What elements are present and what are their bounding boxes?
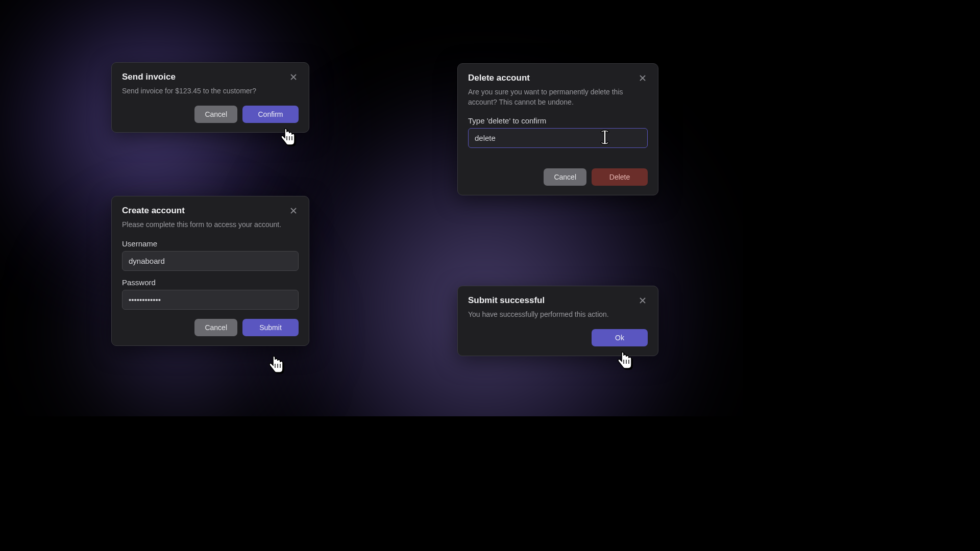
dialog-title: Submit successful (468, 295, 545, 306)
dialog-description: Please complete this form to access your… (122, 220, 299, 230)
send-invoice-dialog: Send invoice Send invoice for $123.45 to… (111, 62, 309, 133)
dialog-title: Delete account (468, 73, 530, 83)
cancel-button[interactable]: Cancel (194, 319, 237, 336)
password-group: Password (122, 278, 299, 310)
dialog-description: Are you sure you want to permanently del… (468, 87, 648, 107)
close-icon[interactable] (638, 73, 648, 83)
create-account-dialog: Create account Please complete this form… (111, 196, 309, 346)
password-input[interactable] (122, 290, 299, 310)
close-icon[interactable] (638, 295, 648, 306)
dialog-footer: Cancel Submit (122, 319, 299, 336)
password-label: Password (122, 278, 299, 287)
confirm-delete-input[interactable] (468, 128, 648, 148)
cancel-button[interactable]: Cancel (194, 106, 237, 123)
submit-successful-dialog: Submit successful You have successfully … (457, 286, 658, 356)
username-input[interactable] (122, 251, 299, 271)
dialog-description: You have successfully performed this act… (468, 310, 648, 320)
dialog-description: Send invoice for $123.45 to the customer… (122, 86, 299, 96)
confirm-delete-input-wrapper (468, 128, 648, 148)
dialog-title: Create account (122, 206, 185, 216)
submit-button[interactable]: Submit (242, 319, 299, 336)
dialog-footer: Ok (468, 329, 648, 346)
dialog-header: Submit successful (468, 295, 648, 306)
confirm-delete-group: Type 'delete' to confirm (468, 116, 648, 148)
dialog-title: Send invoice (122, 72, 176, 82)
close-icon[interactable] (288, 72, 299, 82)
confirm-delete-label: Type 'delete' to confirm (468, 116, 648, 125)
delete-account-dialog: Delete account Are you sure you want to … (457, 63, 658, 195)
dialog-header: Send invoice (122, 72, 299, 82)
delete-button[interactable]: Delete (592, 168, 648, 186)
username-group: Username (122, 239, 299, 271)
dialog-footer: Cancel Delete (468, 168, 648, 186)
ok-button[interactable]: Ok (592, 329, 648, 346)
dialog-header: Create account (122, 206, 299, 216)
dialog-header: Delete account (468, 73, 648, 83)
cancel-button[interactable]: Cancel (544, 168, 586, 186)
confirm-button[interactable]: Confirm (242, 106, 299, 123)
dialog-footer: Cancel Confirm (122, 106, 299, 123)
close-icon[interactable] (288, 206, 299, 216)
username-label: Username (122, 239, 299, 248)
